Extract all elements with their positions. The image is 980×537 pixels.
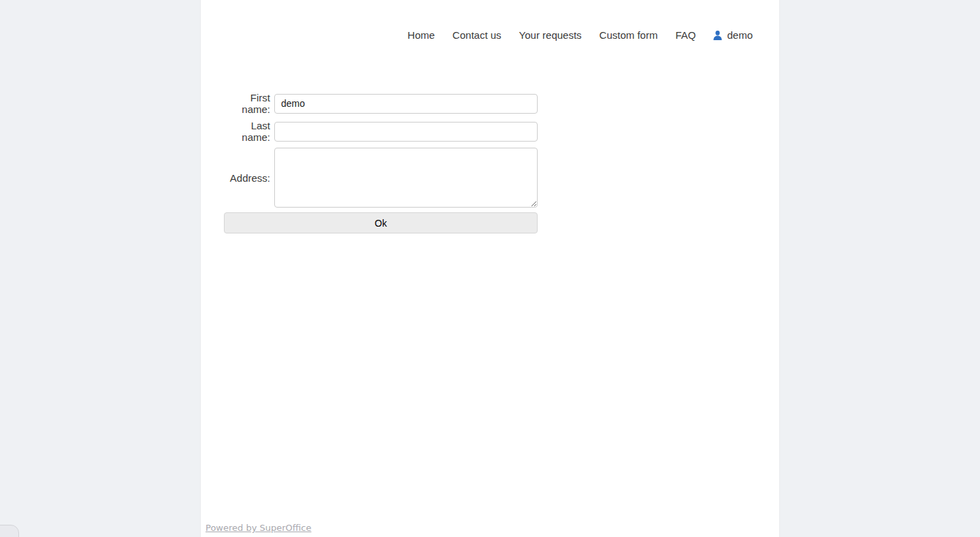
page-content: Home Contact us Your requests Custom for…	[201, 0, 779, 537]
address-textarea[interactable]	[274, 148, 538, 208]
form-row-address: Address:	[224, 148, 538, 208]
first-name-label: First name:	[224, 92, 274, 115]
form-row-first-name: First name:	[224, 92, 538, 115]
powered-by-link[interactable]: Powered by SuperOffice	[206, 523, 312, 533]
top-navigation: Home Contact us Your requests Custom for…	[201, 0, 779, 41]
last-name-input[interactable]	[274, 122, 538, 142]
nav-item-contact-us[interactable]: Contact us	[453, 29, 502, 41]
nav-item-home[interactable]: Home	[408, 29, 435, 41]
nav-item-faq[interactable]: FAQ	[675, 29, 696, 41]
user-name-label: demo	[727, 29, 753, 41]
nav-item-custom-form[interactable]: Custom form	[600, 29, 658, 41]
user-icon	[713, 31, 722, 40]
footer: Powered by SuperOffice	[206, 521, 312, 534]
ok-button[interactable]: Ok	[224, 212, 538, 233]
address-label: Address:	[224, 172, 274, 184]
last-name-label: Last name:	[224, 120, 274, 143]
browser-status-bubble	[0, 525, 19, 537]
first-name-input[interactable]	[274, 94, 538, 114]
form-row-last-name: Last name:	[224, 120, 538, 143]
custom-form: First name: Last name: Address: Ok	[224, 92, 538, 233]
user-menu[interactable]: demo	[713, 29, 753, 41]
nav-item-your-requests[interactable]: Your requests	[519, 29, 582, 41]
